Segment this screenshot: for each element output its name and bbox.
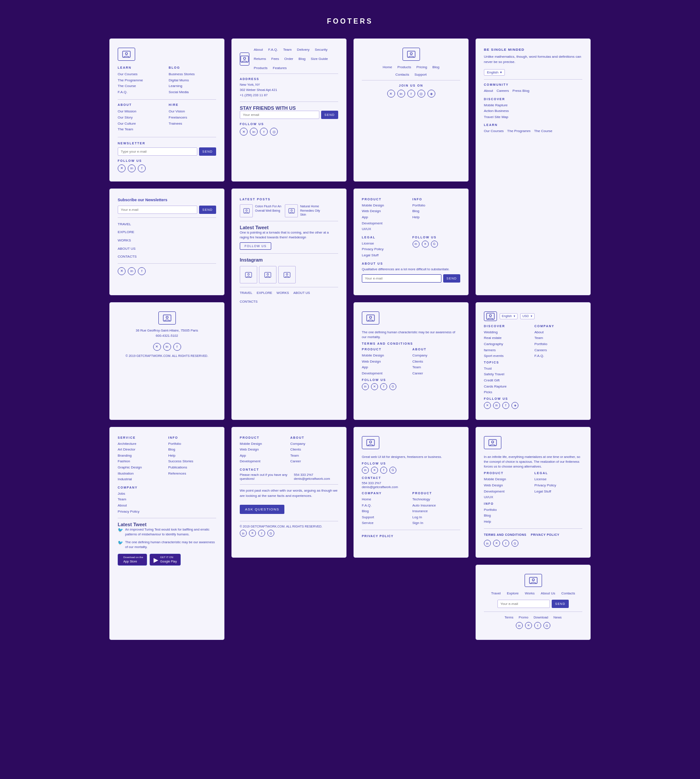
co10-careers[interactable]: Careers: [535, 347, 583, 353]
c9-faq[interactable]: F.A.Q.: [362, 503, 410, 509]
linkedin-icon-3[interactable]: in: [397, 90, 405, 98]
facebook-icon-1[interactable]: f: [138, 164, 146, 172]
t10-safety[interactable]: Safety Travel: [484, 371, 582, 377]
discover-action[interactable]: Action Business: [484, 108, 582, 114]
nav3-products[interactable]: Products: [397, 65, 411, 69]
a8-clients[interactable]: Clients: [413, 359, 461, 365]
nav-blog[interactable]: Blog: [298, 57, 305, 61]
linkedin-icon-7[interactable]: in: [413, 241, 420, 248]
p11-ui[interactable]: UI/UX: [484, 494, 532, 500]
twitter-icon-10[interactable]: ✕: [484, 402, 491, 409]
facebook-icon-addr[interactable]: f: [173, 343, 181, 351]
subscribe-send-btn[interactable]: SEND: [199, 206, 216, 214]
lang-select-10[interactable]: English ▾: [500, 313, 518, 319]
twitter-icon-addr[interactable]: ✕: [153, 343, 161, 351]
t10-trust[interactable]: Trust: [484, 366, 582, 372]
a13-company[interactable]: Company: [290, 441, 339, 447]
nav-about[interactable]: About: [254, 48, 263, 52]
nav-delivery[interactable]: Delivery: [297, 48, 310, 52]
bf-contacts[interactable]: Contacts: [561, 591, 575, 595]
a8-company[interactable]: Company: [413, 353, 461, 359]
blog-link-3[interactable]: Learning: [169, 83, 217, 89]
privacy-label-11[interactable]: PRIVACY POLICY: [531, 532, 559, 538]
nav-features[interactable]: Features: [273, 66, 287, 70]
dribbble-icon-10[interactable]: ◈: [511, 402, 518, 409]
hire-link-1[interactable]: Our Vision: [169, 108, 217, 115]
twitter-icon-8[interactable]: ✕: [371, 383, 378, 390]
google-icon-7[interactable]: G: [431, 241, 438, 248]
stay-email-input[interactable]: [240, 111, 319, 119]
d10-sport[interactable]: Sport events: [484, 353, 532, 359]
fn-travel[interactable]: TRAVEL: [240, 291, 252, 295]
p9-auto[interactable]: Auto Insurance: [413, 503, 461, 509]
i14-pub[interactable]: Publications: [168, 465, 217, 471]
s14-illustration[interactable]: Illustration: [118, 471, 166, 477]
linkedin-icon-5[interactable]: in: [128, 267, 136, 275]
nav-security[interactable]: Security: [315, 48, 328, 52]
l11-privacy[interactable]: Privacy Policy: [535, 482, 583, 489]
p11-mobile[interactable]: Mobile Design: [484, 476, 532, 482]
stay-send-btn[interactable]: SEND: [321, 111, 338, 119]
fn-explore[interactable]: EXPLORE: [257, 291, 272, 295]
i14-success[interactable]: Success Stories: [168, 458, 217, 465]
p13-dev[interactable]: Development: [240, 458, 288, 465]
bf-explore[interactable]: Explore: [507, 591, 518, 595]
p7-web[interactable]: Web Design: [362, 208, 410, 214]
twitter-icon-12[interactable]: ✕: [525, 622, 532, 629]
l7-legal[interactable]: Legal Stuff: [362, 252, 410, 259]
p7-ui[interactable]: UI/UX: [362, 226, 410, 232]
co14-privacy[interactable]: Privacy Policy: [118, 509, 216, 515]
a8-career[interactable]: Career: [413, 370, 461, 377]
discover-travel[interactable]: Travel Site Map: [484, 114, 582, 120]
facebook-icon-12[interactable]: f: [534, 622, 541, 629]
co10-faq[interactable]: F.A.Q.: [535, 353, 583, 359]
linkedin-icon-addr[interactable]: in: [163, 343, 171, 351]
d10-real[interactable]: Real estate: [484, 335, 532, 341]
nav3-blog[interactable]: Blog: [432, 65, 439, 69]
l11-legal[interactable]: Legal Stuff: [535, 489, 583, 495]
about-link-3[interactable]: Our Culture: [118, 121, 165, 127]
p9-signin[interactable]: Sign In: [413, 520, 461, 526]
co10-team[interactable]: Team: [535, 335, 583, 341]
fn-works[interactable]: WORKS: [276, 291, 289, 295]
i14-help[interactable]: Help: [168, 453, 217, 459]
terms12-promo[interactable]: Promo: [519, 615, 528, 619]
nav5-explore[interactable]: EXPLORE: [118, 229, 216, 235]
big-send-btn[interactable]: SEND: [552, 600, 569, 608]
twitter-icon-1[interactable]: ✕: [118, 164, 126, 172]
p9-login[interactable]: Log In: [413, 514, 461, 520]
i11-portfolio[interactable]: Portfolio: [484, 507, 582, 513]
linkedin-icon-2[interactable]: in: [250, 128, 258, 136]
terms12-download[interactable]: Download: [534, 615, 548, 619]
twitter-icon-2[interactable]: ✕: [240, 128, 248, 136]
l11-license[interactable]: License: [535, 476, 583, 482]
twitter-icon-7[interactable]: ✕: [422, 241, 429, 248]
nav3-pricing[interactable]: Pricing: [416, 65, 427, 69]
google-icon-11[interactable]: G: [511, 540, 518, 547]
google-icon-12[interactable]: G: [543, 622, 550, 629]
nav5-contacts[interactable]: CONTACTS: [118, 254, 216, 260]
blog-link-2[interactable]: Digital Mums: [169, 77, 217, 84]
i7-help[interactable]: Help: [413, 214, 461, 220]
nav3-home[interactable]: Home: [383, 65, 392, 69]
facebook-icon-5[interactable]: f: [138, 267, 146, 275]
nav3-contacts[interactable]: Contacts: [396, 73, 410, 77]
blog-link-4[interactable]: Social Media: [169, 89, 217, 95]
p7-mobile[interactable]: Mobile Design: [362, 203, 410, 209]
about-link-1[interactable]: Our Mission: [118, 108, 165, 115]
follow-btn-6[interactable]: FOLLOW US: [240, 242, 271, 250]
terms12-terms[interactable]: Terms: [504, 615, 513, 619]
co10-about[interactable]: About: [535, 329, 583, 335]
facebook-icon-11[interactable]: f: [502, 540, 509, 547]
s14-graphic[interactable]: Graphic Design: [118, 465, 166, 471]
learn-link-1[interactable]: Our Courses: [118, 71, 165, 77]
about-link-4[interactable]: The Team: [118, 126, 165, 133]
nav-order[interactable]: Order: [284, 57, 293, 61]
learn4-prog[interactable]: The Programm: [507, 128, 530, 134]
bf-about[interactable]: About Us: [541, 591, 555, 595]
s14-industrial[interactable]: Industrial: [118, 476, 166, 482]
a8-team[interactable]: Team: [413, 364, 461, 370]
google-icon-9[interactable]: G: [389, 467, 396, 474]
newsletter-input[interactable]: [118, 147, 197, 156]
learn4-courses[interactable]: Our Courses: [484, 128, 504, 134]
